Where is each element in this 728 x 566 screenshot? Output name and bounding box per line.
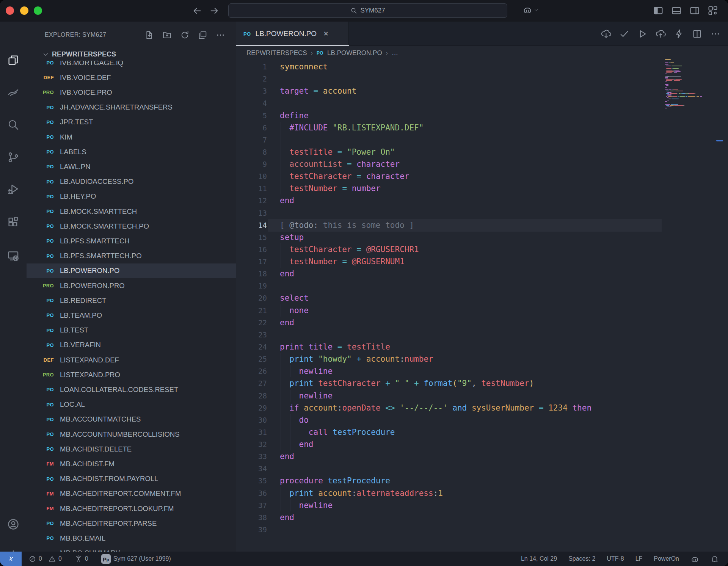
tree-item-loan.collateral.codes.reset[interactable]: POLOAN.COLLATERAL.CODES.RESET xyxy=(27,382,236,397)
tree-item-mb.achdist.from.payroll[interactable]: POMB.ACHDIST.FROM.PAYROLL xyxy=(27,472,236,486)
tree-item-ivb.voice.pro[interactable]: PROIVB.VOICE.PRO xyxy=(27,85,236,100)
active-tab-indicator xyxy=(236,45,349,46)
command-center-search[interactable]: SYM627 xyxy=(228,3,507,18)
new-file-icon[interactable] xyxy=(144,30,154,40)
tree-item-mb.achdist.fm[interactable]: FMMB.ACHDIST.FM xyxy=(27,456,236,471)
tree-item-lb.redirect[interactable]: POLB.REDIRECT xyxy=(27,293,236,308)
minimize-window-button[interactable] xyxy=(20,6,28,15)
tree-item-loc.al[interactable]: POLOC.AL xyxy=(27,397,236,412)
tree-item-mb.acheditreport.comment.fm[interactable]: FMMB.ACHEDITREPORT.COMMENT.FM xyxy=(27,486,236,501)
breadcrumb-file[interactable]: LB.POWERON.PO xyxy=(327,49,382,57)
upload-install-icon[interactable] xyxy=(656,29,666,39)
ports-status[interactable]: 0 xyxy=(75,555,88,563)
tree-item-mb.acheditreport.parse[interactable]: POMB.ACHEDITREPORT.PARSE xyxy=(27,516,236,531)
problems-status[interactable]: 0 0 xyxy=(29,555,62,563)
minimap-line xyxy=(686,96,687,97)
file-name: MB.ACHEDITREPORT.COMMENT.FM xyxy=(60,489,181,498)
breadcrumb-folder[interactable]: REPWRITERSPECS xyxy=(246,49,307,57)
encoding[interactable]: UTF-8 xyxy=(607,555,624,562)
symitar-icon[interactable] xyxy=(7,86,20,99)
code-editor[interactable]: 1symconnect23target = account45define6 #… xyxy=(236,60,728,552)
refresh-icon[interactable] xyxy=(180,30,190,40)
tree-item-lb.audioaccess.po[interactable]: POLB.AUDIOACCESS.PO xyxy=(27,174,236,189)
tree-item-mb.accountnumbercollisions[interactable]: POMB.ACCOUNTNUMBERCOLLISIONS xyxy=(27,427,236,442)
file-name: LB.TEAM.PO xyxy=(60,311,102,320)
cursor-position[interactable]: Ln 14, Col 29 xyxy=(521,555,557,562)
minimap-line xyxy=(666,80,672,81)
line-number: 32 xyxy=(236,438,267,450)
tree-item-lb.team.po[interactable]: POLB.TEAM.PO xyxy=(27,308,236,323)
tree-item-ivb.voice.def[interactable]: DEFIVB.VOICE.DEF xyxy=(27,70,236,85)
tree-item-lb.pfs.smarttech.po[interactable]: POLB.PFS.SMARTTECH.PO xyxy=(27,249,236,263)
toggle-panel-button[interactable] xyxy=(671,5,682,16)
tree-item-lb.mock.smarttech[interactable]: POLB.MOCK.SMARTTECH xyxy=(27,204,236,219)
explorer-icon[interactable] xyxy=(7,54,20,67)
run-debug-icon[interactable] xyxy=(7,183,20,196)
tree-item-lb.mock.smarttech.po[interactable]: POLB.MOCK.SMARTTECH.PO xyxy=(27,219,236,234)
tree-item-ivb.mortgage.iq[interactable]: POIVB.MORTGAGE.IQ xyxy=(27,60,236,70)
folder-section-header[interactable]: REPWRITERSPECS xyxy=(27,48,236,61)
close-tab-icon[interactable]: × xyxy=(323,29,328,39)
source-control-icon[interactable] xyxy=(7,151,20,164)
minimap[interactable] xyxy=(665,59,716,112)
zoom-window-button[interactable] xyxy=(34,6,42,15)
tree-item-lb.poweron.po[interactable]: POLB.POWERON.PO xyxy=(27,263,236,278)
eol-sequence[interactable]: LF xyxy=(635,555,643,562)
tree-item-listexpand.pro[interactable]: PROLISTEXPAND.PRO xyxy=(27,367,236,382)
more-actions-icon[interactable] xyxy=(216,30,225,40)
toggle-primary-sidebar-button[interactable] xyxy=(653,5,664,16)
tree-item-lb.hey.po[interactable]: POLB.HEY.PO xyxy=(27,189,236,204)
tree-item-mb.bo.email[interactable]: POMB.BO.EMAIL xyxy=(27,531,236,546)
pull-download-icon[interactable] xyxy=(601,29,611,39)
collapse-folders-icon[interactable] xyxy=(198,30,207,40)
file-type-badge: PO xyxy=(40,238,54,244)
tree-item-mb.accountmatches[interactable]: POMB.ACCOUNTMATCHES xyxy=(27,412,236,427)
tree-item-lawl.pn[interactable]: POLAWL.PN xyxy=(27,159,236,174)
tree-item-mb.bo.summary[interactable]: POMB.BO.SUMMARY xyxy=(27,546,236,552)
minimap-line xyxy=(672,89,673,90)
tree-item-listexpand.def[interactable]: DEFLISTEXPAND.DEF xyxy=(27,353,236,367)
tree-item-mb.achdist.delete[interactable]: POMB.ACHDIST.DELETE xyxy=(27,442,236,456)
tree-item-kim[interactable]: POKIM xyxy=(27,130,236,144)
tab-lb-poweron-po[interactable]: PO LB.POWERON.PO × xyxy=(236,22,349,46)
host-status[interactable]: Pp Sym 627 (User 1999) xyxy=(101,554,171,564)
remote-indicator[interactable] xyxy=(0,552,22,566)
zap-icon[interactable] xyxy=(674,29,684,39)
tree-item-jpr.test[interactable]: POJPR.TEST xyxy=(27,115,236,130)
editor-more-actions-icon[interactable] xyxy=(710,29,720,39)
minimap-line xyxy=(666,96,667,97)
file-type-badge: PO xyxy=(243,31,251,37)
accounts-icon[interactable] xyxy=(7,518,20,531)
copilot-status-icon[interactable] xyxy=(690,555,699,563)
close-window-button[interactable] xyxy=(6,6,14,15)
copilot-menu[interactable] xyxy=(522,5,539,15)
navigate-forward-icon[interactable] xyxy=(209,6,220,16)
tree-item-jh.advance.sharetransfers[interactable]: POJH.ADVANCE.SHARETRANSFERS xyxy=(27,100,236,115)
tree-item-labels[interactable]: POLABELS xyxy=(27,144,236,159)
line-number: 24 xyxy=(236,341,267,353)
file-type-badge: PO xyxy=(40,535,54,541)
indentation[interactable]: Spaces: 2 xyxy=(568,555,595,562)
split-editor-icon[interactable] xyxy=(692,29,702,39)
remote-explorer-icon[interactable] xyxy=(7,249,20,262)
tree-item-lb.poweron.pro[interactable]: PROLB.POWERON.PRO xyxy=(27,278,236,293)
new-folder-icon[interactable] xyxy=(162,30,172,40)
code-line: select xyxy=(280,292,309,304)
toggle-secondary-sidebar-button[interactable] xyxy=(689,5,700,16)
tree-item-mb.acheditreport.lookup.fm[interactable]: FMMB.ACHEDITREPORT.LOOKUP.FM xyxy=(27,501,236,516)
notifications-bell-icon[interactable] xyxy=(711,555,719,563)
tree-item-lb.verafin[interactable]: POLB.VERAFIN xyxy=(27,338,236,353)
file-type-badge: PO xyxy=(40,312,54,318)
search-view-icon[interactable] xyxy=(7,118,20,131)
extensions-icon[interactable] xyxy=(7,216,20,229)
breadcrumb-symbol-more[interactable]: … xyxy=(392,49,398,57)
validate-check-icon[interactable] xyxy=(619,29,629,39)
customize-layout-button[interactable] xyxy=(708,5,718,16)
tree-item-lb.pfs.smarttech[interactable]: POLB.PFS.SMARTTECH xyxy=(27,234,236,248)
navigate-back-icon[interactable] xyxy=(192,6,202,16)
code-line: [ @todo: this is some todo ] xyxy=(280,219,414,231)
run-file-icon[interactable] xyxy=(637,29,648,39)
tree-item-lb.test[interactable]: POLB.TEST xyxy=(27,323,236,338)
language-mode[interactable]: PowerOn xyxy=(654,555,679,562)
minimap-line xyxy=(674,70,679,71)
